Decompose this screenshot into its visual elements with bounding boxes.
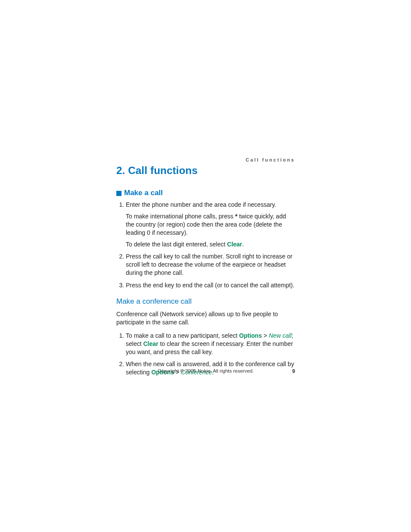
text-run: To delete the last digit entered, select bbox=[126, 241, 227, 248]
step-text: To make international phone calls, press… bbox=[126, 212, 295, 237]
subsection-make-a-call-title: Make a call bbox=[124, 189, 163, 197]
subsection-make-a-call-heading: Make a call bbox=[116, 189, 295, 197]
conference-intro: Conference call (Network service) allows… bbox=[116, 310, 295, 327]
ui-keyword-clear: Clear bbox=[227, 241, 242, 248]
text-run: To make international phone calls, press bbox=[126, 213, 235, 220]
step-text: To make a call to a new participant, sel… bbox=[126, 332, 295, 356]
ui-keyword-options: Options bbox=[239, 332, 262, 339]
ui-keyword-clear: Clear bbox=[143, 340, 158, 347]
page-content: 2. Call functions Make a call Enter the … bbox=[116, 165, 295, 381]
step-text: To delete the last digit entered, select… bbox=[126, 240, 295, 249]
make-a-call-steps: Enter the phone number and the area code… bbox=[116, 201, 295, 289]
list-item: Press the end key to end the call (or to… bbox=[126, 281, 295, 289]
list-item: Enter the phone number and the area code… bbox=[126, 201, 295, 248]
subsection-conference-heading: Make a conference call bbox=[116, 297, 295, 306]
step-text: Press the end key to end the call (or to… bbox=[126, 281, 295, 289]
text-run: To make a call to a new participant, sel… bbox=[126, 332, 239, 339]
running-header: Call functions bbox=[116, 157, 295, 162]
text-run: . bbox=[242, 241, 244, 248]
menu-separator: > bbox=[262, 332, 269, 339]
step-text: Press the call key to call the number. S… bbox=[126, 252, 295, 277]
step-text: Enter the phone number and the area code… bbox=[126, 201, 295, 209]
document-page: Call functions 2. Call functions Make a … bbox=[0, 0, 411, 532]
bullet-square-icon bbox=[116, 191, 121, 196]
page-number: 9 bbox=[292, 368, 295, 374]
list-item: To make a call to a new participant, sel… bbox=[126, 332, 295, 356]
section-title: 2. Call functions bbox=[116, 165, 295, 177]
list-item: Press the call key to call the number. S… bbox=[126, 252, 295, 277]
copyright-text: Copyright © 2005 Nokia. All rights reser… bbox=[116, 368, 295, 373]
ui-menu-new-call: New call bbox=[269, 332, 292, 339]
